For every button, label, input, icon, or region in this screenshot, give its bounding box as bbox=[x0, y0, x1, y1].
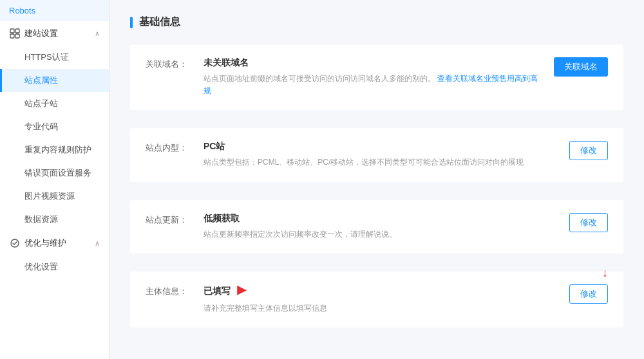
row-desc-filled: 请补充完整填写主体信息以填写信息 bbox=[204, 302, 554, 315]
row-label-update: 站点更新： bbox=[146, 213, 204, 226]
svg-rect-2 bbox=[10, 34, 14, 38]
row-desc-domain: 站点页面地址前缀的域名可接受访问的访问访问域名人多能的别的。 查看关联域名业预售… bbox=[204, 73, 538, 97]
svg-rect-1 bbox=[15, 29, 19, 33]
row-action-pc: 修改 bbox=[569, 141, 608, 160]
sidebar-item-content-rules[interactable]: 重复内容规则防护 bbox=[0, 138, 109, 161]
row-content-domain: 未关联域名 站点页面地址前缀的域名可接受访问的访问访问域名人多能的别的。 查看关… bbox=[204, 57, 538, 97]
optimize-icon bbox=[9, 237, 21, 249]
row-title-filled: 已填写 ◀ bbox=[204, 284, 554, 299]
sidebar-item-error-page[interactable]: 错误页面设置服务 bbox=[0, 161, 109, 185]
sidebar-group-optimization[interactable]: 优化与维护 ∧ bbox=[0, 231, 109, 255]
info-row-domain: 关联域名： 未关联域名 站点页面地址前缀的域名可接受访问的访问访问域名人多能的别… bbox=[130, 44, 623, 110]
sidebar-group-site-settings[interactable]: 建站设置 ∧ bbox=[0, 21, 109, 46]
row-title-domain: 未关联域名 bbox=[204, 57, 538, 69]
row-title-update: 低频获取 bbox=[204, 213, 554, 225]
sidebar-item-data-resource[interactable]: 数据资源 bbox=[0, 208, 109, 231]
sidebar-item-subdomain[interactable]: 站点子站 bbox=[0, 92, 109, 115]
red-arrow-left: ◀ bbox=[237, 284, 246, 299]
sidebar-item-custom-code[interactable]: 专业代码 bbox=[0, 115, 109, 138]
main-content: 基础信息 关联域名： 未关联域名 站点页面地址前缀的域名可接受访问的访问访问域名… bbox=[109, 0, 644, 359]
row-action-update: 修改 bbox=[569, 213, 608, 232]
info-row-pc-site: 站点内型： PC站 站点类型包括：PCML、移动站、PC/移动站，选择不同类型可… bbox=[130, 128, 623, 181]
sidebar-item-optimization[interactable]: 优化设置 bbox=[0, 255, 109, 279]
row-action-filled: ↓ 修改 bbox=[569, 284, 608, 304]
sidebar-item-media-resource[interactable]: 图片视频资源 bbox=[0, 185, 109, 208]
btn-associate-domain[interactable]: 关联域名 bbox=[554, 57, 608, 77]
svg-rect-3 bbox=[15, 34, 19, 38]
row-content-update: 低频获取 站点更新频率指定次次访问频率改变一次，请理解说说。 bbox=[204, 213, 554, 241]
row-content-pc: PC站 站点类型包括：PCML、移动站、PC/移动站，选择不同类型可可能合选站位… bbox=[204, 141, 554, 169]
btn-modify-pc[interactable]: 修改 bbox=[569, 141, 608, 160]
row-title-pc: PC站 bbox=[204, 141, 554, 152]
sidebar-item-site-props[interactable]: 站点属性 ◀ bbox=[0, 69, 109, 92]
chevron-icon: ∧ bbox=[95, 30, 100, 38]
row-label-filled: 主体信息： bbox=[146, 284, 204, 297]
row-label-domain: 关联域名： bbox=[146, 57, 204, 70]
sidebar-item-https[interactable]: HTTPS认证 bbox=[0, 46, 109, 69]
section-title: 基础信息 bbox=[130, 15, 623, 29]
sidebar: Robots 建站设置 ∧ HTTPS认证 站点属性 ◀ 站点子站 专业代码 重… bbox=[0, 0, 109, 359]
row-content-filled: 已填写 ◀ 请补充完整填写主体信息以填写信息 bbox=[204, 284, 554, 315]
svg-rect-0 bbox=[10, 29, 14, 33]
red-arrow-right: ↓ bbox=[602, 266, 608, 280]
btn-modify-update[interactable]: 修改 bbox=[569, 213, 608, 232]
row-desc-pc: 站点类型包括：PCML、移动站、PC/移动站，选择不同类型可可能合选站位面访问对… bbox=[204, 156, 554, 169]
svg-point-4 bbox=[11, 239, 19, 247]
btn-modify-filled[interactable]: 修改 bbox=[569, 284, 608, 304]
info-row-filled: 主体信息： 已填写 ◀ 请补充完整填写主体信息以填写信息 ↓ 修改 bbox=[130, 272, 623, 327]
info-row-update: 站点更新： 低频获取 站点更新频率指定次次访问频率改变一次，请理解说说。 修改 bbox=[130, 200, 623, 253]
chevron-icon-2: ∧ bbox=[95, 239, 100, 248]
sidebar-item-robots[interactable]: Robots bbox=[0, 0, 109, 21]
row-action-domain: 关联域名 bbox=[554, 57, 608, 77]
row-desc-update: 站点更新频率指定次次访问频率改变一次，请理解说说。 bbox=[204, 228, 554, 241]
row-label-pc: 站点内型： bbox=[146, 141, 204, 154]
settings-icon bbox=[9, 28, 21, 39]
